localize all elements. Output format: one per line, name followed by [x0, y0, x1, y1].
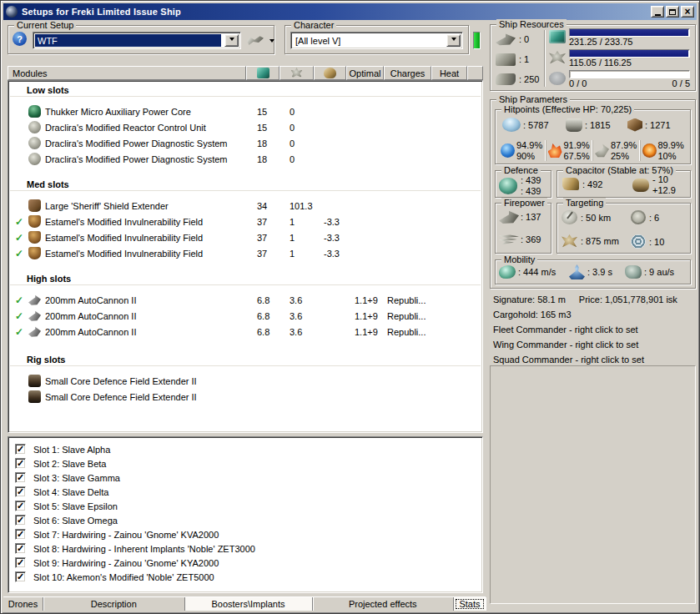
- module-row[interactable]: Large 'Sheriff' Shield Extender 34 101.3: [8, 198, 482, 214]
- checkbox-icon[interactable]: [15, 501, 26, 511]
- targeting-range-icon: [562, 210, 577, 224]
- column-blank: [467, 66, 483, 80]
- maximize-icon: [669, 9, 676, 15]
- checkbox-icon[interactable]: [15, 557, 26, 568]
- firepower-label: Firepower: [501, 198, 547, 208]
- implant-row[interactable]: Slot 4: Slave Delta: [15, 485, 482, 499]
- module-row[interactable]: Small Core Defence Field Extender II: [8, 389, 482, 405]
- section-high-slots: High slots: [8, 272, 482, 285]
- online-check-icon: [15, 327, 28, 337]
- help-icon[interactable]: [13, 32, 27, 46]
- implant-row[interactable]: Slot 1: Slave Alpha: [15, 442, 482, 456]
- implant-row[interactable]: Slot 5: Slave Epsilon: [15, 499, 482, 513]
- character-combobox-arrow[interactable]: [446, 34, 461, 47]
- implant-label: Slot 6: Slave Omega: [33, 516, 118, 526]
- firepower-volley: : 369: [521, 234, 541, 244]
- module-cpu: 37: [247, 233, 280, 243]
- implant-row[interactable]: Slot 8: Hardwiring - Inherent Implants '…: [15, 541, 482, 556]
- module-cpu: 6.8: [247, 327, 280, 337]
- module-row[interactable]: Draclira's Modified Power Diagnostic Sys…: [8, 135, 482, 151]
- checkbox-icon[interactable]: [15, 486, 26, 497]
- align-time: : 3.9 s: [587, 267, 612, 277]
- module-row[interactable]: Thukker Micro Auxiliary Power Core 15 0: [8, 103, 482, 119]
- module-row[interactable]: Small Core Defence Field Extender II: [8, 373, 482, 389]
- modules-list[interactable]: Low slots Thukker Micro Auxiliary Power …: [8, 80, 483, 433]
- setup-combobox[interactable]: WTF: [33, 32, 241, 49]
- module-pg: 0: [280, 123, 315, 133]
- wrench-menu-arrow-icon[interactable]: [269, 39, 274, 45]
- checkbox-icon[interactable]: [15, 444, 26, 455]
- align-time-icon: [569, 264, 585, 279]
- module-row[interactable]: Estamel's Modified Invulnerability Field…: [8, 245, 482, 261]
- checkbox-icon[interactable]: [15, 515, 26, 526]
- wing-commander-text[interactable]: Wing Commander - right click to set: [493, 337, 638, 352]
- maximize-button[interactable]: [666, 6, 679, 18]
- online-check-icon: [15, 233, 28, 243]
- module-cpu: 6.8: [247, 311, 280, 321]
- shield-extender-icon: [28, 199, 41, 212]
- scan-resolution: : 875 mm: [581, 236, 619, 246]
- tab-description[interactable]: Description: [43, 597, 185, 611]
- implant-row[interactable]: Slot 10: Akemon's Modified 'Noble' ZET50…: [15, 570, 482, 584]
- setup-combobox-arrow[interactable]: [224, 34, 239, 47]
- defence-group: Defence : 439: 439: [495, 170, 551, 198]
- implant-row[interactable]: Slot 6: Slave Omega: [15, 513, 482, 527]
- module-row[interactable]: Draclira's Modified Power Diagnostic Sys…: [8, 151, 482, 167]
- ship-parameters-label: Ship Parameters: [496, 94, 570, 104]
- implant-row[interactable]: Slot 9: Hardwiring - Zainou 'Gnome' KYA2…: [15, 556, 482, 570]
- checkbox-icon[interactable]: [15, 571, 26, 582]
- column-modules[interactable]: Modules: [8, 66, 246, 80]
- checkbox-icon[interactable]: [15, 472, 26, 483]
- modules-table-header[interactable]: Modules Optimal Charges Heat: [8, 66, 483, 80]
- check-icon: [17, 487, 24, 496]
- divider: [544, 30, 546, 87]
- scan-resolution-icon: [562, 234, 577, 248]
- checkbox-icon[interactable]: [15, 529, 26, 540]
- module-name: Thukker Micro Auxiliary Power Core: [45, 107, 191, 117]
- column-charges[interactable]: Charges: [384, 66, 431, 80]
- structure-hp-icon: [627, 118, 642, 132]
- module-name: Draclira's Modified Power Diagnostic Sys…: [45, 138, 228, 148]
- module-row[interactable]: Estamel's Modified Invulnerability Field…: [8, 229, 482, 245]
- module-row[interactable]: Estamel's Modified Invulnerability Field…: [8, 214, 482, 229]
- thermal-resist-shield: 91.9%: [564, 140, 590, 151]
- column-powergrid[interactable]: [279, 66, 314, 80]
- check-icon: [17, 544, 24, 552]
- implant-row[interactable]: Slot 3: Slave Gamma: [15, 471, 482, 485]
- minimize-button[interactable]: [651, 6, 664, 18]
- column-cpu[interactable]: [246, 66, 279, 80]
- tab-drones[interactable]: Drones: [3, 597, 43, 611]
- fleet-commander-text[interactable]: Fleet Commander - right click to set: [493, 322, 638, 337]
- armor-hp-icon: [566, 118, 582, 132]
- module-row[interactable]: 200mm AutoCannon II 6.8 3.6 1.1+9 Republ…: [8, 292, 482, 308]
- module-row[interactable]: Draclira's Modified Reactor Control Unit…: [8, 119, 482, 135]
- titlebar[interactable]: Setups for Freki Limited Issue Ship: [3, 3, 697, 20]
- explosive-resist-icon: [642, 143, 657, 158]
- capacitor-drain: - 10: [652, 174, 676, 185]
- implant-row[interactable]: Slot 2: Slave Beta: [15, 456, 482, 471]
- boosters-implants-list[interactable]: Slot 1: Slave Alpha Slot 2: Slave Beta S…: [8, 436, 483, 593]
- module-row[interactable]: 200mm AutoCannon II 6.8 3.6 1.1+9 Republ…: [8, 324, 482, 340]
- column-optimal[interactable]: Optimal: [346, 66, 384, 80]
- module-name: Estamel's Modified Invulnerability Field: [45, 217, 203, 227]
- close-button[interactable]: [681, 6, 694, 18]
- implant-row[interactable]: Slot 7: Hardwiring - Zainou 'Gnome' KVA2…: [15, 527, 482, 541]
- shield-hp: : 5787: [523, 120, 549, 130]
- tab-boosters-implants[interactable]: Boosters\Implants: [185, 597, 313, 611]
- mobility-group: Mobility : 444 m/s : 3.9 s : 9 au/s: [495, 259, 691, 284]
- kinetic-resist-shield: 87.9%: [611, 140, 637, 151]
- hitpoints-label: Hitpoints (Effective HP: 70,225): [501, 104, 634, 114]
- kinetic-resist-icon: [595, 143, 609, 158]
- rig-slot-icon: [28, 375, 41, 387]
- tab-projected-effects[interactable]: Projected effects: [313, 597, 455, 611]
- rig-slot-icon: [28, 390, 41, 403]
- character-combobox[interactable]: [All level V]: [290, 32, 463, 49]
- column-heat[interactable]: Heat: [431, 66, 467, 80]
- checkbox-icon[interactable]: [15, 543, 26, 554]
- checkbox-icon[interactable]: [15, 458, 26, 469]
- volley-icon: [499, 234, 519, 245]
- targeting-label: Targeting: [563, 198, 606, 208]
- tab-stats[interactable]: Stats: [454, 597, 486, 611]
- column-capacitor[interactable]: [314, 66, 346, 80]
- module-row[interactable]: 200mm AutoCannon II 6.8 3.6 1.1+9 Republ…: [8, 308, 482, 324]
